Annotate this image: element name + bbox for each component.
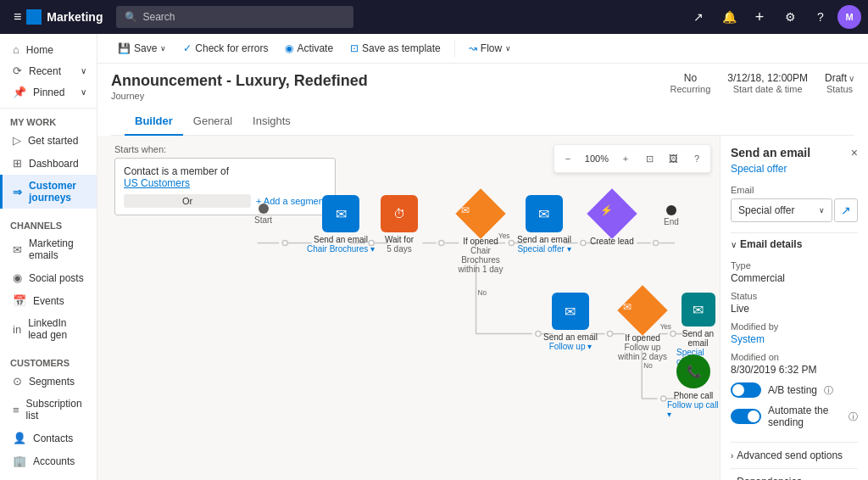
activate-button[interactable]: ◉ Activate xyxy=(278,39,340,58)
automate-sending-toggle[interactable] xyxy=(731,409,761,424)
notifications-icon[interactable]: 🔔 xyxy=(715,3,743,31)
zoom-in-icon[interactable]: + xyxy=(615,148,636,169)
sidebar-item-subscription-list[interactable]: ≡ Subscription list xyxy=(0,393,97,427)
svg-point-1 xyxy=(282,240,287,245)
type-value: Commercial xyxy=(731,272,858,284)
email4-label: Send an email xyxy=(676,329,720,348)
save-template-button[interactable]: ⊡ Save as template xyxy=(343,39,448,58)
sidebar-item-recent[interactable]: ⟳ Recent ∨ xyxy=(0,60,97,81)
recurring-meta: No Recurring xyxy=(670,72,711,94)
condition-link[interactable]: US Customers xyxy=(124,177,190,189)
email3-sublabel[interactable]: Follow up ▾ xyxy=(549,342,593,351)
advanced-send-options-row[interactable]: › Advanced send options xyxy=(731,442,858,468)
email2-node[interactable]: ✉ Send an email Special offer ▾ xyxy=(517,195,571,254)
share-icon[interactable]: ↗ xyxy=(685,3,712,31)
flow-button[interactable]: ↝ Flow ∨ xyxy=(462,39,518,58)
createlead-shape[interactable] xyxy=(587,188,637,238)
phonecall-sublabel[interactable]: Follow up call ▾ xyxy=(667,400,720,419)
ifopened1-node[interactable]: ✉ If opened Chair Brochures within 1 day xyxy=(451,196,510,274)
automate-info-icon[interactable]: ⓘ xyxy=(849,410,858,423)
sidebar-item-contacts[interactable]: 👤 Contacts xyxy=(0,427,97,449)
ifopened2-shape[interactable] xyxy=(617,285,667,335)
phonecall-node[interactable]: 📞 Phone call Follow up call ▾ xyxy=(667,354,720,419)
condition-box: Contact is a member of US Customers Or +… xyxy=(114,158,336,215)
sidebar-item-marketing-emails[interactable]: ✉ Marketing emails xyxy=(0,232,97,266)
fit-view-icon[interactable]: ⊡ xyxy=(639,148,659,169)
svg-point-30 xyxy=(661,396,666,401)
modified-by-link[interactable]: System xyxy=(731,333,858,345)
sidebar-item-home[interactable]: ⌂ Home xyxy=(0,39,97,60)
advanced-send-options-label: Advanced send options xyxy=(737,449,843,461)
add-icon[interactable]: + xyxy=(746,3,773,31)
app-logo[interactable]: ≡ Marketing xyxy=(7,9,109,25)
ab-testing-info-icon[interactable]: ⓘ xyxy=(824,384,833,397)
email3-shape[interactable]: ✉ xyxy=(552,293,589,330)
wait-shape[interactable]: ⏱ xyxy=(381,195,418,232)
or-button[interactable]: Or xyxy=(124,194,251,208)
tabs: Builder General Insights xyxy=(111,108,854,136)
wait-node[interactable]: ⏱ Wait for 5 days xyxy=(381,195,418,254)
sidebar-item-accounts[interactable]: 🏢 Accounts xyxy=(0,449,97,472)
sidebar-item-dashboard[interactable]: ⊞ Dashboard xyxy=(0,152,97,175)
email2-sublabel[interactable]: Special offer ▾ xyxy=(517,244,570,254)
help-icon[interactable]: ? xyxy=(807,3,834,31)
settings-icon[interactable]: ⚙ xyxy=(776,3,804,31)
email1-shape[interactable]: ✉ xyxy=(322,195,359,232)
email4-shape[interactable]: ✉ xyxy=(682,293,715,327)
sidebar-item-customer-journeys[interactable]: ⇒ Customer journeys xyxy=(0,175,97,209)
sidebar-item-events[interactable]: 📅 Events xyxy=(0,289,97,312)
search-input[interactable] xyxy=(142,11,345,23)
save-button[interactable]: 💾 Save ∨ xyxy=(111,39,173,58)
advanced-send-chevron-icon: › xyxy=(731,451,733,460)
logo-square xyxy=(26,9,42,25)
email-details-label: Email details xyxy=(740,238,802,250)
status-meta[interactable]: Draft ∨ Status xyxy=(825,72,854,94)
ifopened2-node[interactable]: ✉ If opened Follow up within 2 days xyxy=(613,293,672,361)
email3-node[interactable]: ✉ Send an email Follow up ▾ xyxy=(543,293,598,351)
sidebar-item-label: Segments xyxy=(29,376,75,388)
ifopened1-shape[interactable] xyxy=(455,188,505,238)
automate-sending-label: Automate the sending xyxy=(768,405,842,428)
sidebar-top: ⌂ Home ⟳ Recent ∨ 📌 Pinned ∨ xyxy=(0,34,97,109)
panel-close-button[interactable]: × xyxy=(851,146,858,159)
email1-sublabel[interactable]: Chair Brochures ▾ xyxy=(307,244,375,254)
search-box[interactable]: 🔍 xyxy=(116,6,353,28)
sidebar-item-pinned[interactable]: 📌 Pinned ∨ xyxy=(0,81,97,103)
sidebar-item-social-posts[interactable]: ◉ Social posts xyxy=(0,266,97,289)
sidebar-item-leads[interactable]: ★ Leads xyxy=(0,472,97,480)
tab-general[interactable]: General xyxy=(183,108,242,136)
canvas-area: − 100% + ⊡ 🖼 ? Starts when: Contact is a… xyxy=(97,136,868,480)
template-icon: ⊡ xyxy=(350,42,359,54)
email-details-section[interactable]: ∨ Email details xyxy=(731,232,858,255)
sidebar-item-segments[interactable]: ⊙ Segments xyxy=(0,370,97,393)
createlead-node[interactable]: ⚡ Create lead xyxy=(590,196,634,246)
avatar[interactable]: M xyxy=(837,5,861,29)
tab-insights[interactable]: Insights xyxy=(242,108,301,136)
email-open-button[interactable]: ↗ xyxy=(834,198,858,222)
help-canvas-icon[interactable]: ? xyxy=(687,148,707,169)
panel-subtitle[interactable]: Special offer xyxy=(731,163,858,175)
wait-sublabel: 5 days xyxy=(387,244,411,254)
check-errors-button[interactable]: ✓ Check for errors xyxy=(176,39,275,58)
zoom-out-icon[interactable]: − xyxy=(558,148,578,169)
canvas-toolbar: − 100% + ⊡ 🖼 ? xyxy=(554,144,711,173)
sidebar-item-get-started[interactable]: ▷ Get started xyxy=(0,129,97,152)
email-select[interactable]: Special offer ∨ xyxy=(731,198,832,222)
email1-node[interactable]: ✉ Send an email Chair Brochures ▾ xyxy=(307,195,375,254)
status-chevron-icon[interactable]: ∨ xyxy=(849,74,854,83)
ab-testing-toggle[interactable] xyxy=(731,382,761,398)
sidebar-item-label: Accounts xyxy=(33,455,75,467)
start-node: Start xyxy=(254,204,272,225)
email-select-chevron: ∨ xyxy=(819,206,825,215)
phonecall-shape[interactable]: 📞 xyxy=(676,354,710,388)
svg-point-16 xyxy=(654,240,659,245)
tab-builder[interactable]: Builder xyxy=(125,108,183,136)
svg-point-7 xyxy=(439,240,444,245)
top-navigation: ≡ Marketing 🔍 ↗ 🔔 + ⚙ ? M xyxy=(0,0,868,34)
contacts-icon: 👤 xyxy=(13,432,26,444)
sidebar-item-linkedin[interactable]: in LinkedIn lead gen xyxy=(0,312,97,346)
dependencies-row[interactable]: › Dependencies xyxy=(731,468,858,480)
email2-shape[interactable]: ✉ xyxy=(526,195,563,232)
screenshot-icon[interactable]: 🖼 xyxy=(663,148,683,169)
recurring-label: Recurring xyxy=(670,84,711,94)
